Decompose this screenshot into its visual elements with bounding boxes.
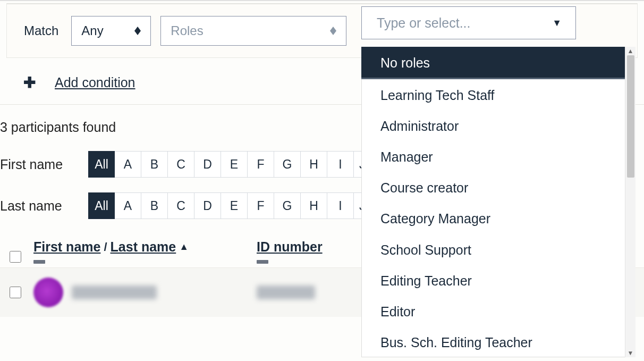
svg-marker-3 [330, 31, 336, 35]
letter-H[interactable]: H [301, 192, 327, 219]
scroll-up-icon: ▲ [628, 48, 634, 54]
dropdown-scrollbar[interactable]: ▲ ▼ [625, 47, 635, 357]
match-label: Match [24, 23, 58, 38]
letter-D[interactable]: D [194, 192, 221, 219]
role-option[interactable]: Learning Tech Staff [361, 79, 625, 110]
role-option[interactable]: No roles [361, 47, 625, 79]
last-name-letter-buttons: All A B C D E F G H I J [88, 192, 370, 219]
letter-D[interactable]: D [194, 151, 221, 178]
letter-F[interactable]: F [248, 151, 274, 178]
plus-icon[interactable]: ✚ [23, 74, 36, 91]
participant-id-redacted [257, 286, 315, 299]
first-name-filter-label: First name [0, 157, 79, 172]
letter-E[interactable]: E [221, 151, 248, 178]
letter-G[interactable]: G [274, 192, 301, 219]
letter-C[interactable]: C [168, 151, 194, 178]
role-combo-input[interactable]: ▼ [361, 6, 576, 39]
avatar [33, 278, 63, 307]
letter-C[interactable]: C [168, 192, 194, 219]
role-option-list: No rolesLearning Tech StaffAdministrator… [361, 47, 625, 357]
sort-by-last-name[interactable]: Last name [111, 239, 176, 255]
letter-B[interactable]: B [141, 151, 168, 178]
letter-A[interactable]: A [115, 192, 141, 219]
select-all-checkbox[interactable] [10, 251, 21, 263]
filter-field-select[interactable]: Roles [160, 16, 346, 46]
letter-I[interactable]: I [327, 192, 354, 219]
first-name-letter-buttons: All A B C D E F G H I J [88, 151, 370, 178]
role-option[interactable]: Course creator [361, 172, 625, 203]
role-value-dropdown: ▼ No rolesLearning Tech StaffAdministrat… [361, 6, 635, 357]
role-option[interactable]: Category Manager [361, 203, 625, 233]
last-name-filter-label: Last name [0, 198, 79, 214]
sort-icon [330, 27, 336, 35]
filter-field-value: Roles [171, 23, 203, 38]
letter-G[interactable]: G [274, 151, 301, 178]
sort-asc-icon: ▲ [179, 241, 189, 253]
letter-F[interactable]: F [248, 192, 274, 219]
scroll-down-icon: ▼ [628, 350, 634, 356]
role-search-input[interactable] [376, 15, 552, 31]
letter-all[interactable]: All [88, 151, 115, 178]
role-option[interactable]: Bus. Sch. Editing Teacher [361, 326, 625, 357]
svg-marker-1 [134, 31, 141, 35]
letter-H[interactable]: H [301, 151, 327, 178]
row-checkbox[interactable] [10, 287, 21, 298]
sort-by-id-number[interactable]: ID number [257, 239, 363, 255]
letter-B[interactable]: B [141, 192, 168, 219]
svg-marker-2 [330, 27, 336, 31]
svg-marker-0 [134, 27, 141, 31]
column-separator: / [104, 240, 107, 254]
match-mode-select[interactable]: Any [71, 16, 151, 46]
match-mode-value: Any [81, 23, 103, 38]
role-option[interactable]: Manager [361, 141, 625, 172]
role-option[interactable]: Administrator [361, 110, 625, 141]
role-option[interactable]: School Support [361, 234, 625, 265]
scrollbar-thumb[interactable] [627, 55, 634, 178]
sort-icon [134, 27, 141, 35]
role-option[interactable]: Editor [361, 296, 625, 326]
letter-A[interactable]: A [115, 151, 141, 178]
collapse-column-icon[interactable] [33, 260, 45, 264]
letter-I[interactable]: I [327, 151, 354, 178]
letter-all[interactable]: All [88, 192, 115, 219]
participant-name-redacted [72, 286, 157, 299]
sort-by-first-name[interactable]: First name [33, 239, 100, 255]
role-option[interactable]: Editing Teacher [361, 265, 625, 296]
chevron-down-icon: ▼ [552, 18, 562, 29]
letter-E[interactable]: E [221, 192, 248, 219]
collapse-column-icon[interactable] [257, 260, 268, 264]
add-condition-link[interactable]: Add condition [55, 75, 135, 90]
